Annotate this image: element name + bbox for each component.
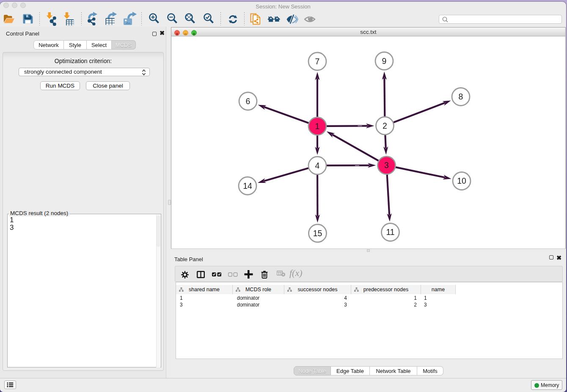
svg-text:9: 9 — [382, 56, 387, 66]
svg-text:14: 14 — [243, 181, 252, 190]
svg-text:7: 7 — [315, 57, 320, 66]
svg-text:3: 3 — [384, 160, 389, 170]
svg-text:1: 1 — [315, 121, 320, 131]
svg-text:8: 8 — [459, 92, 463, 101]
svg-text:4: 4 — [315, 161, 320, 170]
svg-text:15: 15 — [313, 229, 322, 238]
svg-text:10: 10 — [457, 176, 466, 185]
svg-text:6: 6 — [246, 97, 250, 106]
svg-text:11: 11 — [386, 227, 394, 237]
svg-text:2: 2 — [383, 121, 387, 130]
